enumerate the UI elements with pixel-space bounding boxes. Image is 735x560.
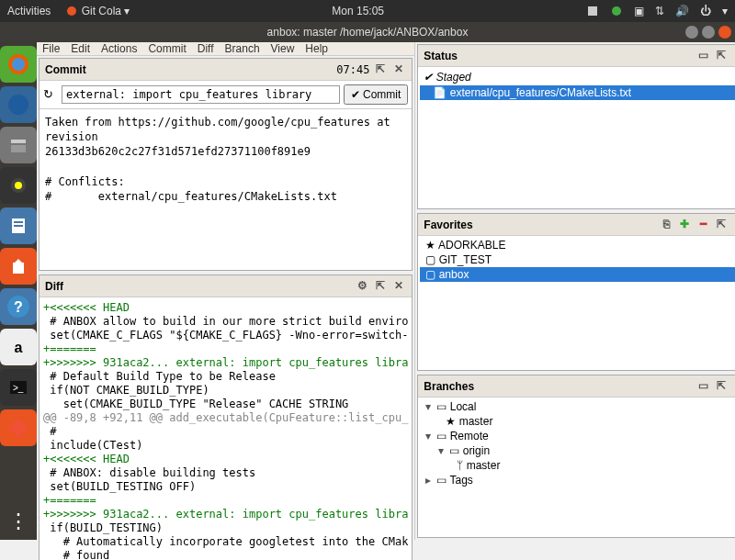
files-icon[interactable] [0, 127, 37, 163]
tray-icon[interactable] [610, 5, 623, 18]
amend-icon[interactable]: ↻ [43, 87, 58, 102]
power-icon[interactable]: ⏻ [700, 5, 711, 17]
menu-edit[interactable]: Edit [71, 42, 90, 55]
close-icon[interactable]: ✕ [391, 279, 406, 294]
diff-line[interactable]: set(CMAKE_BUILD_TYPE "Release" CACHE STR… [43, 398, 408, 411]
menu-icon[interactable]: ▾ [722, 5, 728, 17]
staged-file[interactable]: 📄 external/cpu_features/CMakeLists.txt [420, 85, 735, 100]
close-button[interactable] [718, 26, 731, 39]
commit-summary-input[interactable] [62, 85, 340, 104]
diff-line[interactable]: +>>>>>>> 931aca2... external: import cpu… [43, 508, 408, 521]
diff-line[interactable]: # [43, 425, 408, 439]
firefox-icon[interactable] [0, 46, 37, 83]
apps-icon[interactable]: ⋮⋮⋮ [0, 503, 37, 540]
diff-line[interactable]: # found [43, 549, 408, 560]
diff-line[interactable]: +======= [43, 494, 408, 508]
commit-button[interactable]: ✔ Commit [344, 84, 409, 105]
popout-icon[interactable]: ⇱ [373, 62, 388, 77]
network-icon[interactable]: ⇅ [655, 5, 664, 17]
remove-icon[interactable]: ━ [695, 218, 710, 232]
add-icon[interactable]: ✚ [677, 218, 692, 232]
menu-actions[interactable]: Actions [101, 42, 137, 55]
minimize-button[interactable] [685, 26, 698, 39]
staged-header[interactable]: ✔ Staged [420, 69, 735, 85]
diff-content[interactable]: +<<<<<<< HEAD # ANBOX allow to build in … [40, 297, 412, 560]
thunderbird-icon[interactable] [0, 86, 37, 123]
popout-icon[interactable]: ⇱ [714, 218, 729, 232]
favorites-panel: Favorites ⎘ ✚ ━ ⇱ ✕ ★ ADORKABLE▢ GIT_TES… [417, 213, 735, 371]
svg-rect-12 [14, 225, 23, 227]
svg-text:?: ? [14, 299, 23, 315]
menu-commit[interactable]: Commit [148, 42, 186, 55]
tray-icon[interactable] [586, 5, 599, 18]
diff-line[interactable]: # Automatically incorporate googletest i… [43, 535, 408, 549]
close-icon[interactable]: ✕ [391, 62, 406, 77]
diff-line[interactable]: # Default Build Type to be Release [43, 370, 408, 384]
software-icon[interactable] [0, 248, 37, 285]
diff-line[interactable]: +<<<<<<< HEAD [43, 453, 408, 466]
popout-icon[interactable]: ⇱ [373, 279, 388, 294]
favorites-panel-title: Favorites [424, 218, 472, 231]
svg-rect-11 [14, 221, 23, 223]
gear-icon[interactable]: ⚙ [355, 279, 369, 294]
branch-local[interactable]: ▾▭ Local [420, 399, 735, 414]
svg-rect-7 [11, 145, 26, 152]
rhythmbox-icon[interactable] [0, 167, 37, 204]
diff-line[interactable]: if(NOT CMAKE_BUILD_TYPE) [43, 384, 408, 398]
diff-line[interactable]: set(CMAKE_C_FLAGS "${CMAKE_C_FLAGS} -Wno… [43, 329, 408, 342]
menu-branch[interactable]: Branch [225, 42, 260, 55]
svg-rect-19 [8, 418, 29, 439]
branch-origin[interactable]: ▾▭ origin [420, 443, 735, 458]
branch-tags[interactable]: ▸▭ Tags [420, 473, 735, 487]
diff-line[interactable]: include(CTest) [43, 439, 408, 453]
diff-line[interactable]: # ANBOX allow to build in our more stric… [43, 315, 408, 329]
svg-rect-6 [11, 140, 26, 143]
branches-panel: Branches ▭ ⇱ ✕ ▾▭ Local ★ master ▾▭ Remo… [417, 375, 735, 538]
menubar: File Edit Actions Commit Diff Branch Vie… [37, 42, 414, 56]
favorite-item[interactable]: ★ ADORKABLE [420, 238, 735, 252]
clock[interactable]: Mon 15:05 [130, 5, 586, 17]
diff-line[interactable]: @@ -89,8 +92,11 @@ add_executable(CpuFea… [43, 411, 408, 425]
svg-point-5 [8, 95, 28, 115]
app-menu[interactable]: Git Cola ▾ [65, 5, 130, 18]
volume-icon[interactable]: 🔊 [675, 5, 689, 17]
menu-file[interactable]: File [42, 42, 60, 55]
amazon-icon[interactable]: a [0, 329, 37, 365]
copy-icon[interactable]: ⎘ [659, 218, 673, 232]
branch-origin-master[interactable]: ᛘ master [420, 458, 735, 473]
svg-point-0 [67, 6, 76, 16]
branch-master[interactable]: ★ master [420, 414, 735, 429]
terminal-icon[interactable]: >_ [0, 369, 37, 406]
status-panel: Status ▭ ⇱ ✕ ✔ Staged 📄 external/cpu_fea… [417, 44, 735, 209]
writer-icon[interactable] [0, 207, 37, 244]
menu-diff[interactable]: Diff [198, 42, 214, 55]
diff-line[interactable]: set(BUILD_TESTING OFF) [43, 480, 408, 494]
diff-line[interactable]: # ANBOX: disable building tests [43, 466, 408, 480]
activities-button[interactable]: Activities [7, 5, 51, 17]
diff-line[interactable]: +======= [43, 342, 408, 356]
favorite-item[interactable]: ▢ GIT_TEST [420, 252, 735, 267]
svg-text:a: a [15, 340, 23, 355]
popout-icon[interactable]: ⇱ [714, 49, 729, 63]
help-icon[interactable]: ? [0, 288, 37, 325]
svg-rect-13 [13, 263, 24, 274]
gitcola-icon[interactable] [0, 409, 37, 446]
undock-icon[interactable]: ▭ [695, 49, 710, 63]
commit-panel: Commit 07:45 ⇱ ✕ ↻ ✔ Commit Taken from h… [39, 58, 413, 271]
undock-icon[interactable]: ▭ [695, 379, 710, 394]
branch-remote[interactable]: ▾▭ Remote [420, 429, 735, 443]
branches-panel-title: Branches [424, 380, 474, 393]
diff-line[interactable]: +<<<<<<< HEAD [43, 301, 408, 315]
commit-time: 07:45 [336, 63, 369, 76]
menu-view[interactable]: View [271, 42, 295, 55]
menu-help[interactable]: Help [305, 42, 328, 55]
favorite-item[interactable]: ▢ anbox [420, 267, 735, 282]
commit-message-body[interactable]: Taken from https://github.com/google/cpu… [40, 109, 412, 209]
svg-point-2 [612, 6, 621, 16]
diff-line[interactable]: if(BUILD_TESTING) [43, 521, 408, 535]
svg-point-9 [15, 182, 22, 189]
maximize-button[interactable] [702, 26, 715, 39]
popout-icon[interactable]: ⇱ [714, 379, 729, 394]
tray-icon[interactable]: ▣ [634, 5, 644, 17]
diff-line[interactable]: +>>>>>>> 931aca2... external: import cpu… [43, 356, 408, 370]
